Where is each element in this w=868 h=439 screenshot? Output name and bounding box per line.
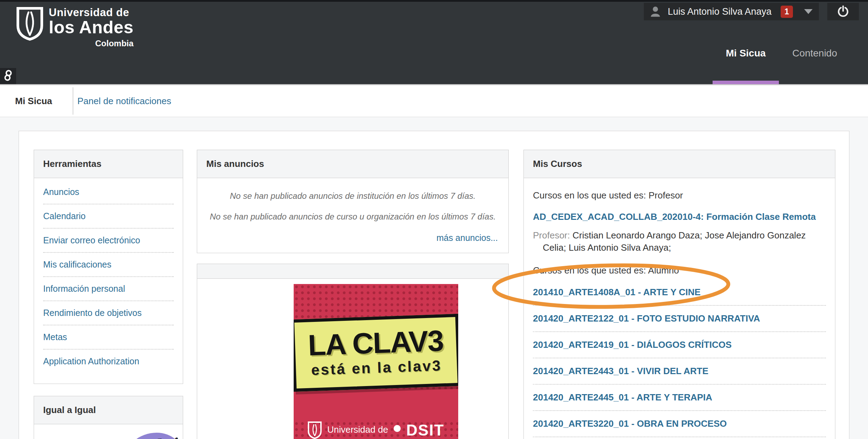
module-cursos-title: Mis Cursos [524,150,835,178]
list-item: Mis calificaciones [43,253,174,277]
list-item: Enviar correo electrónico [43,229,174,253]
course-list: 201410_ARTE1408A_01 - ARTE Y CINE 201420… [533,279,826,439]
professor-names-line: Profesor: Cristian Leonardo Arango Daza;… [533,229,826,254]
poster-footer-unit: DSIT [406,421,444,439]
course-link-cedex[interactable]: AD_CEDEX_ACAD_COLLAB_202010-4: Formación… [533,211,826,222]
page-title: Mi Sicua [15,96,52,107]
logo-country: Colombia [49,39,134,48]
more-announcements-link[interactable]: más anuncios... [436,233,498,243]
header-top-strip [0,0,868,2]
list-item: Información personal [43,277,174,301]
module-igual-title: Igual a Igual [34,396,183,424]
igual-banner-image[interactable]: #Deigualaigual [34,424,183,439]
list-item: Rendimiento de objetivos [43,301,174,325]
logo-line2: los Andes [49,19,134,36]
poster-banner: LA CLAV3 está en la clav3 [294,313,458,392]
page-area: Herramientas Anuncios Calendario Enviar … [0,117,868,439]
tools-list: Anuncios Calendario Enviar correo electr… [34,178,183,384]
tab-contenido[interactable]: Contenido [779,48,850,84]
la-clave-poster-image[interactable]: LA CLAV3 está en la clav3 [294,284,458,439]
course-link-vivir-del-arte[interactable]: 201420_ARTE2443_01 - VIVIR DEL ARTE [533,366,708,376]
table-row: 201420_ARTE2122_01 - FOTO ESTUDIO NARRAT… [533,306,826,332]
header-tabs: Mi Sicua Contenido [713,48,850,84]
tool-link-rendimiento[interactable]: Rendimiento de objetivos [43,308,142,318]
quick-links-button[interactable] [0,68,16,84]
logout-button[interactable] [827,3,859,20]
column-announcements: Mis anuncios No se han publicado anuncio… [197,150,509,439]
user-name: Luis Antonio Silva Anaya [666,6,774,17]
professor-label: Profesor: [533,230,570,241]
module-poster: LA CLAV3 está en la clav3 [197,264,509,439]
no-course-announcements-text: No se han publicado anuncios de curso u … [208,211,498,223]
course-link-dialogos[interactable]: 201420_ARTE2419_01 - DIÁLOGOS CRÍTICOS [533,339,732,350]
poster-footer: Universidad de DSIT [294,421,458,439]
screen: Universidad de los Andes Colombia Luis A… [0,0,868,439]
notifications-panel-link[interactable]: Panel de notificaciones [77,96,171,107]
user-row: Luis Antonio Silva Anaya 1 [644,3,859,20]
tool-link-correo[interactable]: Enviar correo electrónico [43,235,140,245]
chain-link-icon [4,70,12,82]
course-link-foto-estudio[interactable]: 201420_ARTE2122_01 - FOTO ESTUDIO NARRAT… [533,313,760,324]
table-row: 201420_ARTE3220_01 - OBRA EN PROCESO [533,411,826,437]
uniandes-shield-icon [16,7,43,48]
user-menu[interactable]: Luis Antonio Silva Anaya 1 [644,3,819,20]
subnav: Mi Sicua Panel de notificaciones [0,85,868,117]
tool-link-calificaciones[interactable]: Mis calificaciones [43,259,112,269]
uniandes-shield-icon [308,421,322,439]
tab-mi-sicua[interactable]: Mi Sicua [713,48,779,84]
professor-names: Cristian Leonardo Arango Daza; Jose Alej… [543,230,806,253]
content-container: Herramientas Anuncios Calendario Enviar … [19,131,849,439]
notification-badge: 1 [781,6,793,18]
list-item: Application Authorization [43,350,174,373]
module-poster-header [197,264,508,279]
university-logo: Universidad de los Andes Colombia [16,7,134,48]
module-mis-anuncios: Mis anuncios No se han publicado anuncio… [197,150,509,253]
list-item: Anuncios [43,180,174,204]
course-link-arte-y-terapia[interactable]: 201420_ARTE2445_01 - ARTE Y TERAPIA [533,392,712,403]
course-link-obra-en-proceso[interactable]: 201420_ARTE3220_01 - OBRA EN PROCESO [533,418,727,429]
igual-hashtag: #Deigualaigual [78,432,183,439]
logo-line1: Universidad de [49,7,134,19]
poster-title: LA CLAV3 [308,327,444,359]
course-link-arte-y-cine[interactable]: 201410_ARTE1408A_01 - ARTE Y CINE [533,287,701,297]
table-row: 201410_ARTE1408A_01 - ARTE Y CINE [533,279,826,306]
module-igual-a-igual: Igual a Igual #Deigualaigual [34,396,183,439]
tool-link-informacion[interactable]: Información personal [43,284,125,293]
no-institution-announcements-text: No se han publicado anuncios de instituc… [208,190,498,202]
table-row: 201420_ARTE2445_01 - ARTE Y TERAPIA [533,385,826,411]
column-tools: Herramientas Anuncios Calendario Enviar … [34,150,183,439]
module-herramientas: Herramientas Anuncios Calendario Enviar … [34,150,183,384]
list-item: Metas [43,325,174,350]
tool-link-anuncios[interactable]: Anuncios [43,187,79,197]
poster-footer-brand: Universidad de [327,424,388,435]
person-icon [650,6,661,17]
table-row: 201420_ARTE3412_01 - DISEÑO Y PRESENTACI… [533,437,826,439]
student-role-heading: Cursos en los que usted es: Alumno [533,265,826,276]
tool-link-app-authorization[interactable]: Application Authorization [43,356,139,366]
column-courses: Mis Cursos Cursos en los que usted es: P… [523,150,835,439]
tool-link-calendario[interactable]: Calendario [43,211,86,221]
module-herramientas-title: Herramientas [34,150,183,178]
power-icon [837,5,849,18]
module-mis-cursos: Mis Cursos Cursos en los que usted es: P… [523,150,835,439]
subnav-divider [73,87,73,115]
caret-down-icon [804,9,813,14]
table-row: 201420_ARTE2443_01 - VIVIR DEL ARTE [533,358,826,385]
module-anuncios-title: Mis anuncios [197,150,508,178]
header: Universidad de los Andes Colombia Luis A… [0,0,868,85]
poster-footer-dot-icon [394,425,401,432]
table-row: 201420_ARTE2419_01 - DIÁLOGOS CRÍTICOS [533,332,826,358]
list-item: Calendario [43,204,174,229]
professor-role-heading: Cursos en los que usted es: Profesor [533,190,826,201]
tool-link-metas[interactable]: Metas [43,332,67,342]
